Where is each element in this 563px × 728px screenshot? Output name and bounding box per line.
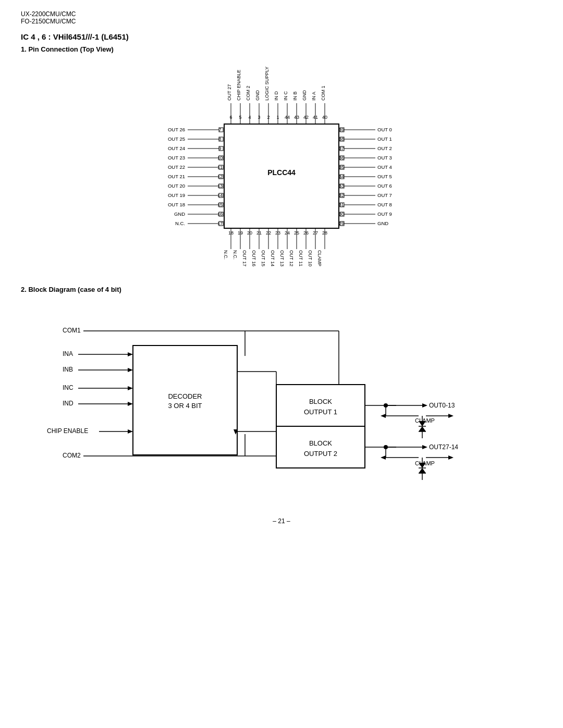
svg-text:30: 30 [339,212,344,217]
svg-text:OUT 0: OUT 0 [377,127,392,132]
svg-text:IN A: IN A [311,92,316,101]
svg-text:42: 42 [303,115,309,120]
svg-text:OUT 7: OUT 7 [377,192,392,198]
svg-text:43: 43 [294,115,299,120]
svg-text:40: 40 [322,115,327,120]
svg-marker-204 [419,426,426,431]
svg-text:7: 7 [218,127,221,132]
svg-text:15: 15 [217,202,223,207]
svg-text:N.C.: N.C. [232,250,238,260]
svg-text:OUT27-14: OUT27-14 [429,443,458,451]
svg-text:OUT 24: OUT 24 [168,145,185,151]
svg-text:PLCC44: PLCC44 [267,168,296,177]
svg-text:14: 14 [217,193,223,198]
svg-marker-210 [448,414,454,418]
svg-text:CHIP ENABLE: CHIP ENABLE [47,427,88,435]
svg-text:29: 29 [339,221,344,226]
svg-text:41: 41 [313,115,318,120]
svg-text:OUT 11: OUT 11 [298,250,303,266]
sub-title-2: 2. Block Diagram (case of 4 bit) [21,286,542,293]
svg-text:OUTPUT 1: OUTPUT 1 [304,408,337,416]
svg-text:39: 39 [339,127,344,132]
svg-text:COM2: COM2 [63,452,81,459]
svg-marker-164 [128,368,133,372]
svg-text:COM1: COM1 [63,327,81,334]
svg-text:24: 24 [285,230,290,236]
ic-diagram-svg: PLCC44 OUT 27 6 CHIP ENABLE 5 COM 2 4 GN… [146,61,417,270]
svg-marker-221 [419,468,426,473]
svg-text:DECODER: DECODER [168,392,202,400]
svg-text:38: 38 [339,137,344,142]
block-diagram: COM1 INA INB INC IND CHIP ENABLE COM2 DE [21,304,542,502]
svg-text:INC: INC [63,384,74,391]
svg-text:25: 25 [294,230,299,236]
svg-text:26: 26 [303,230,309,236]
svg-rect-177 [133,346,237,455]
svg-text:OUT 10: OUT 10 [308,250,313,266]
svg-text:OUT 6: OUT 6 [377,183,392,189]
svg-text:INA: INA [63,350,73,357]
svg-text:27: 27 [313,230,318,236]
svg-text:13: 13 [217,183,223,189]
svg-text:OUT 15: OUT 15 [261,250,266,266]
svg-text:OUT 17: OUT 17 [242,250,247,266]
header-line1: UX-2200CMU/CMC [21,10,542,18]
svg-text:22: 22 [266,230,271,236]
svg-rect-191 [276,426,365,468]
svg-text:OUT 2: OUT 2 [377,145,392,151]
svg-text:23: 23 [275,230,280,236]
svg-marker-202 [419,421,426,426]
svg-text:36: 36 [339,155,344,161]
block-diagram-svg: COM1 INA INB INC IND CHIP ENABLE COM2 DE [31,304,542,502]
svg-text:OUT 12: OUT 12 [289,250,294,266]
svg-text:OUT 25: OUT 25 [168,136,185,142]
svg-text:BLOCK: BLOCK [309,439,332,447]
svg-marker-208 [381,414,386,418]
svg-text:34: 34 [339,174,344,179]
svg-text:5: 5 [239,115,241,120]
svg-marker-198 [422,403,427,408]
svg-text:IN B: IN B [292,91,298,101]
svg-marker-227 [448,455,454,460]
svg-text:GND: GND [174,211,185,217]
svg-text:1: 1 [276,115,279,120]
svg-text:28: 28 [322,230,327,236]
svg-text:16: 16 [217,212,223,217]
svg-text:BLOCK: BLOCK [309,398,332,405]
svg-text:IN C: IN C [283,91,288,101]
svg-text:N.C.: N.C. [223,250,228,260]
svg-text:32: 32 [339,193,344,198]
svg-text:18: 18 [228,230,234,236]
svg-text:35: 35 [339,165,344,170]
svg-text:OUT 20: OUT 20 [168,183,185,189]
svg-text:LOGIC SUPPLY: LOGIC SUPPLY [264,67,270,101]
svg-text:31: 31 [339,202,344,207]
svg-text:OUT 27: OUT 27 [227,84,232,101]
svg-text:37: 37 [339,146,344,151]
svg-text:10: 10 [217,155,223,161]
svg-text:44: 44 [285,115,290,120]
svg-text:OUT 13: OUT 13 [279,250,285,266]
svg-text:OUT 1: OUT 1 [377,136,392,142]
header-info: UX-2200CMU/CMC FO-2150CMU/CMC [21,10,542,25]
svg-text:OUT 22: OUT 22 [168,164,185,170]
svg-marker-173 [128,429,133,434]
svg-text:2: 2 [267,115,270,120]
svg-text:OUT 18: OUT 18 [168,202,185,207]
svg-text:20: 20 [247,230,252,236]
header-line2: FO-2150CMU/CMC [21,18,542,25]
svg-text:OUT 14: OUT 14 [270,250,275,266]
svg-text:N.C.: N.C. [175,220,185,226]
section-title: IC 4 , 6 : VHil6451///-1 (L6451) [21,32,542,41]
svg-marker-215 [422,445,427,449]
svg-marker-170 [128,402,133,406]
svg-text:9: 9 [218,146,221,151]
svg-text:OUT 9: OUT 9 [377,211,392,217]
svg-text:IND: IND [63,400,74,407]
svg-text:3: 3 [258,115,260,120]
svg-text:17: 17 [217,221,223,226]
page-number: – 21 – [21,517,542,525]
svg-text:21: 21 [256,230,262,236]
svg-text:IN D: IN D [274,91,279,101]
svg-text:3 OR 4 BIT: 3 OR 4 BIT [168,402,202,410]
